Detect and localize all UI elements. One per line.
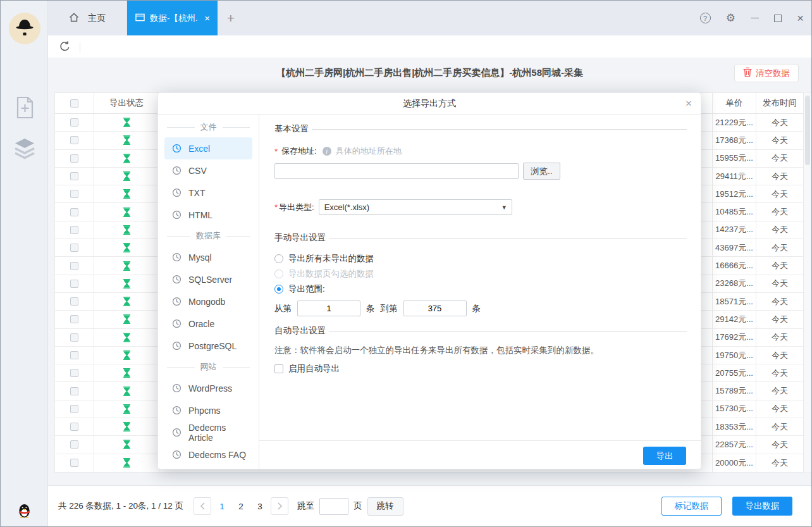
export-type-value: Excel(*.xlsx)	[324, 202, 370, 212]
export-target-mongodb[interactable]: Mongodb	[164, 290, 252, 313]
dialog-close-icon[interactable]: ×	[686, 97, 692, 110]
export-target-postgresql[interactable]: PostgreSQL	[164, 335, 252, 357]
support-qq-button[interactable]	[1, 503, 48, 520]
manual-settings-legend: 手动导出设置	[274, 232, 687, 244]
prev-page-button[interactable]	[194, 497, 211, 515]
row-checkbox[interactable]	[70, 333, 78, 342]
unit-price-cell: 15730元...	[713, 400, 756, 418]
help-icon[interactable]: ?	[700, 13, 711, 23]
mark-data-button[interactable]: 标记数据	[661, 497, 722, 516]
row-checkbox[interactable]	[70, 262, 78, 270]
table-scrollbar[interactable]	[804, 92, 812, 473]
row-checkbox[interactable]	[70, 136, 78, 144]
publish-time-cell: 今天	[756, 239, 803, 256]
export-target-sqlserver[interactable]: SQLServer	[164, 268, 252, 290]
publish-time-cell: 今天	[756, 329, 803, 346]
row-checkbox[interactable]	[70, 459, 78, 467]
record-summary: 共 226 条数据, 1 - 20条, 1 / 12 页	[58, 500, 183, 512]
range-from-input[interactable]	[297, 301, 360, 316]
range-to-label: 到第	[381, 303, 398, 314]
dialog-sidebar: 文件ExcelCSVTXTHTML数据库MysqlSQLServerMongod…	[158, 115, 259, 469]
hourglass-pending-icon	[123, 243, 131, 252]
jump-page-input[interactable]	[319, 498, 348, 515]
row-checkbox[interactable]	[70, 351, 78, 359]
unit-price-cell: 19750元...	[713, 347, 756, 364]
export-target-excel[interactable]: Excel	[164, 137, 252, 159]
new-tab-button[interactable]: +	[218, 1, 244, 35]
tab-data-active[interactable]: 数据-【杭州.. ×	[127, 1, 218, 35]
row-checkbox[interactable]	[70, 172, 78, 180]
export-target-label: HTML	[188, 210, 212, 220]
export-target-html[interactable]: HTML	[164, 204, 252, 226]
row-checkbox[interactable]	[70, 226, 78, 234]
export-target-phpcms[interactable]: Phpcms	[164, 399, 252, 421]
row-checkbox[interactable]	[70, 297, 78, 306]
export-target-dedecms-article[interactable]: Dedecms Article	[164, 421, 252, 443]
row-checkbox[interactable]	[70, 244, 78, 252]
clear-data-button[interactable]: 清空数据	[734, 64, 799, 82]
export-target-wordpress[interactable]: WordPress	[164, 377, 252, 399]
new-task-button[interactable]	[1, 90, 48, 126]
jump-button[interactable]: 跳转	[367, 497, 403, 516]
row-checkbox[interactable]	[70, 280, 78, 288]
row-checkbox[interactable]	[70, 154, 78, 163]
export-target-txt[interactable]: TXT	[164, 182, 252, 204]
jump-label: 跳至	[297, 500, 314, 512]
save-address-label: 保存地址:	[281, 146, 317, 157]
tab-data-label: 数据-【杭州..	[150, 13, 198, 24]
next-page-button[interactable]	[271, 497, 288, 515]
export-target-label: CSV	[188, 166, 207, 176]
status-bar: 共 226 条数据, 1 - 20条, 1 / 12 页 123 跳至 页 跳转…	[48, 485, 811, 526]
save-address-row: * 保存地址: i 具体的地址所在地	[274, 146, 687, 157]
row-checkbox[interactable]	[70, 118, 78, 127]
unit-price-cell: 17368元...	[713, 132, 756, 149]
browse-button[interactable]: 浏览..	[523, 163, 560, 180]
maximize-icon[interactable]	[774, 15, 782, 22]
row-checkbox[interactable]	[70, 423, 78, 431]
minimize-icon[interactable]	[751, 18, 759, 18]
export-target-dedecms-faq[interactable]: Dedecms FAQ	[164, 443, 252, 466]
export-data-button[interactable]: 导出数据	[732, 497, 792, 516]
dialog-export-button[interactable]: 导出	[643, 447, 686, 465]
page-number-1[interactable]: 1	[212, 502, 231, 511]
sidebar-section-label: 数据库	[158, 226, 259, 246]
scrollbar-thumb[interactable]	[805, 96, 810, 165]
page-number-3[interactable]: 3	[250, 502, 269, 511]
page-title: 【杭州二手房网|杭州二手房出售|杭州二手房买卖信息】-杭州58同城-采集	[48, 67, 811, 79]
row-checkbox[interactable]	[70, 208, 78, 216]
radio-button[interactable]	[274, 254, 283, 263]
row-checkbox[interactable]	[70, 405, 78, 413]
select-all-checkbox[interactable]	[70, 99, 78, 108]
export-target-label: SQLServer	[188, 275, 232, 285]
export-target-mysql[interactable]: Mysql	[164, 246, 252, 268]
row-checkbox[interactable]	[70, 369, 78, 377]
save-address-input[interactable]	[274, 163, 519, 179]
settings-gear-icon[interactable]: ⚙	[726, 11, 735, 25]
refresh-icon[interactable]	[59, 40, 71, 53]
unit-price-cell: 20000元...	[713, 454, 756, 472]
page-number-2[interactable]: 2	[231, 502, 250, 511]
auto-settings-legend: 自动导出设置	[274, 325, 687, 337]
tab-close-icon[interactable]: ×	[203, 13, 211, 23]
export-target-csv[interactable]: CSV	[164, 159, 252, 182]
publish-time-cell: 今天	[756, 311, 803, 328]
radio-button[interactable]	[274, 285, 283, 294]
tab-home[interactable]: 主页	[48, 1, 127, 35]
row-checkbox[interactable]	[70, 440, 78, 449]
row-checkbox[interactable]	[70, 387, 78, 395]
export-target-label: Dedecms FAQ	[188, 450, 246, 460]
close-window-icon[interactable]: ×	[797, 11, 804, 25]
radio-button[interactable]	[274, 270, 283, 278]
tasks-list-button[interactable]	[1, 132, 48, 167]
dialog-header: 选择导出方式 ×	[158, 93, 701, 115]
browser-toolbar	[48, 35, 811, 58]
export-type-select[interactable]: Excel(*.xlsx) ▼	[319, 199, 512, 215]
row-checkbox[interactable]	[70, 315, 78, 323]
dialog-title: 选择导出方式	[403, 98, 456, 109]
row-checkbox[interactable]	[70, 190, 78, 198]
publish-time-cell: 今天	[756, 364, 803, 381]
export-target-oracle[interactable]: Oracle	[164, 313, 252, 335]
range-to-input[interactable]	[403, 301, 467, 316]
range-unit-label: 条	[366, 303, 375, 314]
enable-auto-export-checkbox[interactable]	[274, 364, 283, 373]
